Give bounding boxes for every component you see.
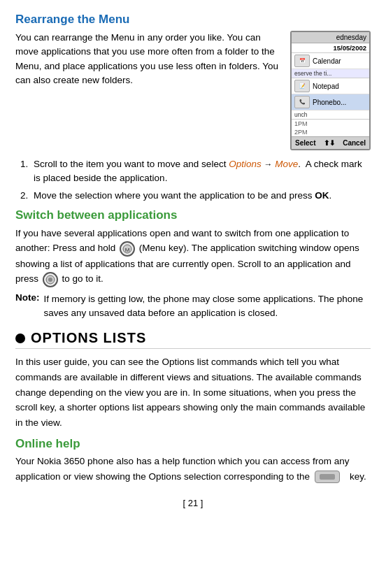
launch-text: unch [292, 110, 369, 120]
calendar-icon: 📅 [294, 55, 310, 67]
calendar-label: Calendar [313, 57, 341, 65]
select-label: Select [295, 139, 315, 147]
options-section: OPTIONS LISTS In this user guide, you ca… [15, 330, 371, 430]
notepad-item: 📝 Notepad [292, 78, 369, 94]
rearrange-title: Rearrange the Menu [15, 13, 371, 27]
phonebook-item: 📞 Phonebo... [292, 94, 369, 110]
time2: 2PM [292, 128, 369, 136]
svg-point-3 [48, 278, 52, 282]
softkey-icon [315, 471, 340, 483]
scroll-key-icon [43, 272, 58, 287]
note-block: Note: If memory is getting low, the phon… [15, 292, 371, 321]
svg-text:M: M [125, 247, 130, 253]
options-link: Options [229, 159, 262, 169]
intro-block: You can rearrange the Menu in any order … [15, 31, 371, 150]
reserve-text: eserve the ti... [292, 69, 369, 78]
screen-date: 15/05/2002 [292, 43, 369, 53]
step-2: Move the selection where you want the ap… [31, 189, 371, 203]
options-body: In this user guide, you can see the Opti… [15, 354, 371, 430]
move-link: Move [275, 159, 298, 169]
steps-list: Scroll to the item you want to move and … [31, 157, 371, 203]
notepad-label: Notepad [313, 83, 339, 90]
options-heading: OPTIONS LISTS [31, 330, 146, 346]
phonebook-icon: 📞 [294, 96, 310, 108]
online-help-body: Your Nokia 3650 phone also has a help fu… [15, 454, 371, 484]
switch-body: If you have several applications open an… [15, 226, 371, 287]
phonebook-label: Phonebo... [313, 99, 346, 106]
note-label: Note: [15, 292, 40, 321]
intro-paragraph: You can rearrange the Menu in any order … [15, 31, 282, 150]
cancel-label: Cancel [343, 139, 366, 147]
calendar-item: 📅 Calendar [292, 53, 369, 69]
screen-day: ednesday [292, 32, 369, 43]
phone-screenshot: ednesday 15/05/2002 📅 Calendar eserve th… [290, 31, 371, 150]
arrow-symbol: → [264, 159, 272, 169]
time1: 1PM [292, 120, 369, 128]
step-1: Scroll to the item you want to move and … [31, 157, 371, 186]
options-heading-block: OPTIONS LISTS [15, 330, 371, 346]
scroll-arrows: ⬆⬇ [324, 139, 335, 147]
section-divider [15, 348, 371, 349]
note-text: If memory is getting low, the phone may … [44, 292, 371, 321]
phone-bottom-bar: Select ⬆⬇ Cancel [292, 136, 369, 149]
page-number: [ 21 ] [15, 498, 371, 508]
ok-text: OK [315, 190, 329, 201]
notepad-icon: 📝 [294, 80, 310, 92]
switch-title: Switch between applications [15, 208, 371, 222]
menu-key-icon: M [120, 241, 135, 257]
bullet-dot [15, 334, 25, 343]
online-help-title: Online help [15, 437, 371, 451]
